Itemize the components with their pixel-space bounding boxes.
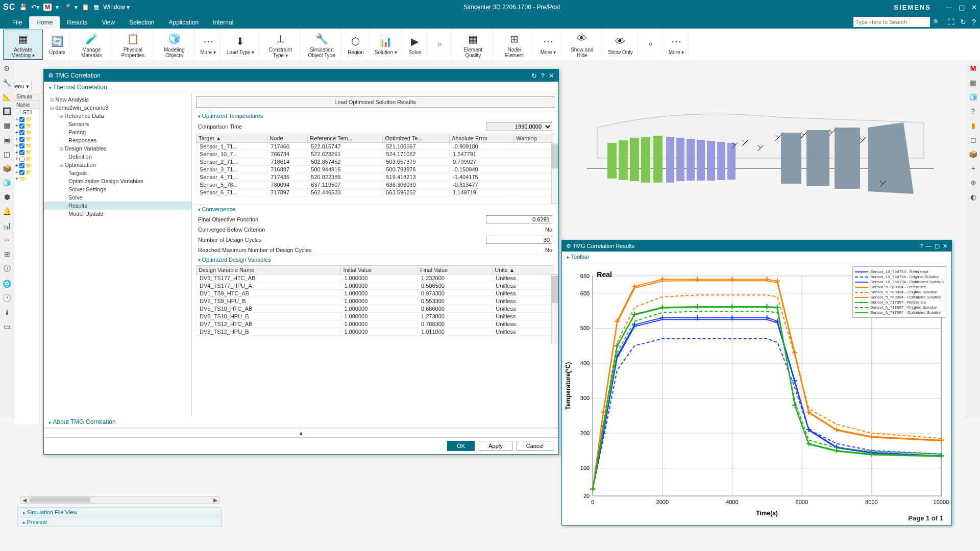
table-row[interactable]: DV8_TS12_HPU_B1.0000001.011000Unitless	[197, 328, 554, 336]
rtool-8[interactable]: ⊕	[970, 179, 976, 187]
tree-targets[interactable]: Targets	[44, 169, 191, 177]
ribbon-update[interactable]: 🔄Update	[45, 30, 70, 60]
tool-icon-6[interactable]: ◫	[4, 150, 10, 158]
rtool-5[interactable]: ◻	[970, 136, 976, 144]
maximize-icon[interactable]: ▢	[959, 4, 965, 11]
rtool-4[interactable]: ▮	[971, 121, 975, 130]
ribbon-more-[interactable]: ⋯More ▾	[665, 30, 689, 60]
dialog-help-icon[interactable]: ?	[541, 72, 545, 80]
simnav-check-3[interactable]	[19, 130, 24, 135]
horizontal-scrollbar[interactable]: ◀▶	[20, 496, 219, 504]
window-dropdown[interactable]: Window ▾	[103, 4, 130, 11]
tree-definition[interactable]: Definition	[44, 153, 191, 161]
ribbon-show-and-hide[interactable]: 👁Show and Hide	[562, 30, 602, 60]
tree-new-analysis[interactable]: New Analysis	[44, 95, 191, 104]
table-row[interactable]: Sensor_5_78...780094637.119507636.306030…	[197, 181, 554, 189]
thermal-correlation-section[interactable]: Thermal Correlation	[44, 82, 558, 93]
rtool-1[interactable]: ▦	[970, 79, 976, 87]
menu-tab-selection[interactable]: Selection	[122, 16, 161, 29]
ok-button[interactable]: OK	[447, 441, 475, 451]
rtool-6[interactable]: 📦	[969, 150, 977, 158]
simnav-check-9[interactable]	[19, 170, 24, 175]
comparison-time-select[interactable]: 1990.0000	[486, 122, 552, 131]
help-icon[interactable]: ?	[972, 18, 976, 26]
gear-icon[interactable]: ⚙	[4, 64, 10, 72]
temp-col[interactable]: Warning	[514, 134, 554, 143]
simulation-file-view-panel[interactable]: Simulation File View	[17, 507, 222, 517]
menu-tab-home[interactable]: Home	[29, 16, 60, 29]
simnav-check-6[interactable]	[19, 150, 24, 155]
ribbon-group-18[interactable]: ▫	[640, 30, 663, 60]
tree-model-update[interactable]: Model Update	[44, 210, 191, 218]
simnav-check-2[interactable]	[19, 123, 24, 129]
table-row[interactable]: Sensor_2_71...718614502.857452503.657379…	[197, 158, 554, 166]
table-row[interactable]: DV7_TS12_HTC_AB1.0000000.788300Unitless	[197, 320, 554, 328]
refresh-icon[interactable]: ↻	[960, 18, 966, 26]
table-row[interactable]: Sensor_3_71...716887500.944916500.793976…	[197, 166, 554, 173]
results-max-icon[interactable]: ▢	[935, 243, 940, 249]
mic-icon[interactable]: 🎤	[63, 4, 70, 11]
ribbon-simulation-object-type[interactable]: 🔧Simulation Object Type	[302, 30, 341, 60]
odv-col[interactable]: Final Value	[418, 266, 493, 274]
results-close-icon[interactable]: ✕	[943, 243, 947, 249]
table-row[interactable]: Sensor_1_71...717460522.015747521.106567…	[197, 143, 554, 151]
temp-col[interactable]: Absolute Error	[450, 134, 514, 143]
ribbon-modeling-objects[interactable]: 🧊Modeling Objects	[155, 30, 194, 60]
tree-optimization-design-variables[interactable]: Optimization Design Variables	[44, 177, 191, 185]
temp-col[interactable]: Optimized Te...	[383, 134, 450, 143]
copy-icon[interactable]: 📋	[82, 4, 89, 11]
tree-sensors[interactable]: Sensors	[44, 120, 191, 128]
ribbon-manage-materials[interactable]: 🧪Manage Materials	[72, 30, 111, 60]
odv-col[interactable]: Design Variable Name	[197, 266, 341, 274]
model-viewport[interactable]	[577, 97, 944, 224]
tool-icon-9[interactable]: ⬢	[4, 193, 10, 201]
tool-icon-18[interactable]: ▭	[4, 322, 10, 331]
tree-solver-settings[interactable]: Solver Settings	[44, 185, 191, 193]
results-help-icon[interactable]: ?	[920, 243, 923, 249]
minimize-icon[interactable]: —	[945, 4, 952, 11]
tool-icon-11[interactable]: 📊	[3, 221, 11, 230]
tree-design-variables[interactable]: Design Variables	[44, 144, 191, 153]
menu-tab-internal[interactable]: Internal	[206, 16, 240, 29]
optimized-temperatures-header[interactable]: Optimized Temperatures	[192, 111, 558, 120]
table-row[interactable]: Sensor_10_7...766734522.623291524.171082…	[197, 151, 554, 158]
ribbon-solve[interactable]: ▶Solve	[404, 30, 427, 60]
plus-icon[interactable]: +	[971, 164, 975, 172]
menu-tab-file[interactable]: File	[5, 16, 29, 29]
design-variables-table[interactable]: Design Variable NameInitial ValueFinal V…	[196, 265, 554, 336]
dialog-collapse-arrow[interactable]: ▴	[44, 428, 558, 437]
table-row[interactable]: DV6_TS10_HPU_B1.0000001.273000Unitless	[197, 313, 554, 320]
tool-icon-15[interactable]: 🌐	[3, 280, 11, 288]
menu-tab-view[interactable]: View	[94, 16, 122, 29]
cancel-button[interactable]: Cancel	[517, 441, 553, 451]
optimized-design-variables-header[interactable]: Optimized Design Variables	[192, 255, 558, 264]
results-toolbar-section[interactable]: Toolbar	[562, 252, 951, 262]
results-titlebar[interactable]: ⚙ TMG Correlation Results ? — ▢ ✕	[562, 240, 951, 252]
odv-col[interactable]: Initial Value	[341, 266, 418, 274]
dialog-reset-icon[interactable]: ↻	[531, 72, 537, 80]
tree-solve[interactable]: Solve	[44, 193, 191, 202]
info-icon[interactable]: ⓘ	[4, 264, 11, 273]
ribbon-solution-[interactable]: 📊Solution ▾	[371, 30, 402, 60]
rtool-2[interactable]: 🧊	[969, 93, 977, 101]
tree-pairing[interactable]: Pairing	[44, 128, 191, 136]
ribbon-activate-meshing-[interactable]: ▦Activate Meshing ▾	[3, 30, 43, 60]
results-min-icon[interactable]: —	[926, 243, 932, 249]
about-tmg-section[interactable]: About TMG Correlation	[44, 416, 558, 428]
ribbon-more-[interactable]: ⋯More ▾	[536, 30, 561, 60]
temp-table-scrollbar[interactable]	[551, 143, 558, 204]
search-input[interactable]	[853, 17, 930, 27]
tool-icon-3[interactable]: 🔲	[3, 107, 11, 115]
clock-icon[interactable]: 🕐	[3, 294, 11, 302]
odv-table-scrollbar[interactable]	[551, 274, 558, 343]
table-row[interactable]: DV5_TS10_HTC_AB1.0000000.686000Unitless	[197, 305, 554, 313]
ribbon-more-[interactable]: ⋯More ▾	[196, 30, 220, 60]
ribbon-element-quality[interactable]: ▦Element Quality	[454, 30, 493, 60]
menu-tab-results[interactable]: Results	[60, 16, 94, 29]
save-icon[interactable]: 💾	[19, 4, 27, 11]
load-optimized-results-button[interactable]: Load Optimized Solution Results	[196, 96, 554, 108]
tool-icon-1[interactable]: 🔧	[3, 79, 11, 87]
fullscreen-icon[interactable]: ⛶	[947, 18, 954, 26]
tool-icon-4[interactable]: ▦	[4, 121, 10, 130]
table-row[interactable]: DV1_TS9_HTC_AB1.0000000.973300Unitless	[197, 290, 554, 297]
